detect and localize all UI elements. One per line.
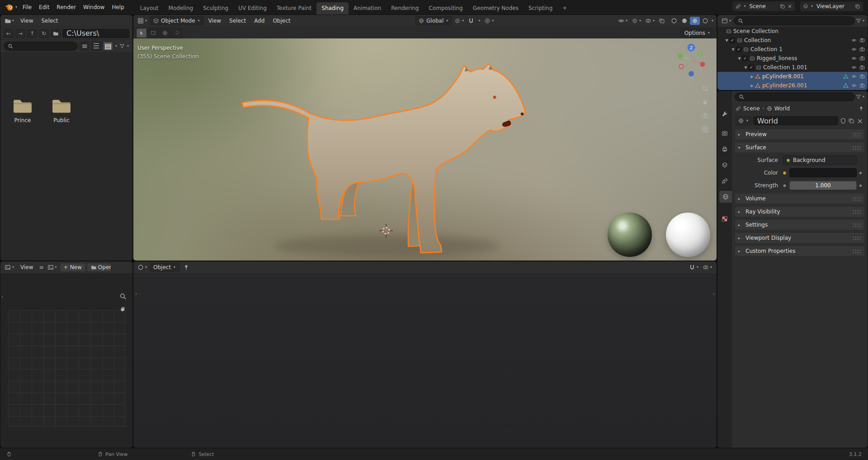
world-name-field[interactable]: World [753,116,838,125]
animate-decorator[interactable] [857,172,864,174]
eye-icon[interactable] [851,74,857,79]
surface-type-dropdown[interactable]: Background [783,156,857,165]
workspace-tab-uv-editing[interactable]: UV Editing [233,2,272,14]
region-toggle-icon[interactable]: › [135,291,137,296]
tab-scene[interactable] [718,175,731,187]
snap-toggle[interactable] [467,17,476,25]
folder-item-public[interactable]: Public [44,97,79,123]
outliner-row-collection-1-001[interactable]: ▼ ✓ Collection 1.001 [717,63,868,72]
tool-select-lasso-button[interactable] [171,28,182,38]
display-mode-thumbnails-button[interactable]: ▤ [103,42,113,51]
outliner-row-rigged-lioness[interactable]: ▼ ✓ Rigged_lioness [717,54,868,63]
workspace-tab-animation[interactable]: Animation [349,2,386,14]
chevron-down-icon[interactable]: ▾ [711,19,714,23]
color-swatch[interactable] [789,168,857,177]
panel-grip-icon[interactable] [852,249,861,253]
pivot-point-selector[interactable]: ▾ [453,17,466,25]
eye-icon[interactable] [851,47,857,52]
panel-grip-icon[interactable] [852,223,861,227]
tool-select-circle-button[interactable] [160,28,170,38]
eye-icon[interactable] [851,65,857,70]
workspace-tab-sculpting[interactable]: Sculpting [198,2,233,14]
panel-ray-visibility[interactable]: ▸ Ray Visibility [735,207,864,217]
shading-wireframe-button[interactable] [669,17,679,25]
create-directory-button[interactable] [51,29,61,38]
unlink-scene-icon[interactable]: × [788,3,792,9]
camera-icon[interactable] [859,83,865,88]
image-menu-button[interactable]: ≡ [38,263,45,271]
menu-render[interactable]: Render [53,3,80,12]
outliner-search-input[interactable] [734,16,855,25]
scene-selector[interactable]: ▾ Scene × [732,1,795,11]
fake-user-shield-icon[interactable] [840,118,846,124]
xray-toggle[interactable] [657,17,666,25]
overlays-toggle[interactable]: ▾ [644,17,656,25]
menu-select[interactable]: Select [38,16,62,25]
tab-render[interactable] [718,128,731,139]
object-type-visibility-button[interactable]: ▾ [617,17,629,25]
display-mode-list-button[interactable]: ≡ [80,42,90,51]
collection-checkbox[interactable]: ✓ [749,65,754,70]
shading-material-preview-button[interactable] [690,17,700,25]
expander-icon[interactable]: ▼ [743,66,749,70]
new-image-button[interactable]: + New [60,263,86,272]
chevron-down-icon[interactable]: ▾ [862,95,865,99]
eye-icon[interactable] [851,83,857,88]
editor-type-button[interactable]: ▾ [720,17,733,25]
workspace-tab-shading[interactable]: Shading [316,2,349,14]
expander-icon[interactable]: ▶ [749,75,755,79]
tool-select-box-button[interactable] [148,28,159,38]
snap-settings[interactable]: ▾ [476,18,482,24]
filter-icon[interactable] [856,94,861,100]
menu-add[interactable]: Add [250,16,268,25]
outliner-row-collection[interactable]: ▼ ✓ Collection [717,36,868,45]
zoom-button[interactable] [700,84,710,94]
outliner-row-collection-1[interactable]: ▼ ✓ Collection 1 [717,45,868,54]
region-toggle-icon[interactable]: ‹ [713,291,715,296]
collection-checkbox[interactable]: ✓ [736,47,741,52]
menu-object[interactable]: Object [269,16,294,25]
menu-window[interactable]: Window [80,3,108,12]
chevron-down-icon[interactable]: ▾ [115,44,118,48]
editor-type-button[interactable]: ▾ [3,263,16,271]
menu-edit[interactable]: Edit [35,3,53,12]
folder-item-prince[interactable]: Prince [5,97,40,123]
expander-icon[interactable]: ▼ [724,38,730,43]
tab-world[interactable] [719,191,732,203]
file-search-input[interactable] [4,42,78,51]
tool-tweak-button[interactable] [136,28,147,38]
view-layer-selector[interactable]: ▾ ViewLayer [800,1,863,11]
panel-settings[interactable]: ▸ Settings [735,220,864,230]
shader-type-selector[interactable]: Object ▾ [150,263,179,272]
panel-grip-icon[interactable] [852,133,861,137]
menu-view[interactable]: View [205,16,225,25]
shading-solid-button[interactable] [679,17,689,25]
viewport-canvas[interactable]: User Perspective (355) Scene Collection … [133,38,717,261]
strength-slider[interactable]: 1.000 [789,181,857,190]
node-snap-toggle[interactable]: ▾ [688,263,700,271]
tab-output[interactable] [718,143,731,155]
expander-icon[interactable]: ▼ [730,47,736,52]
new-datablock-icon[interactable] [848,118,854,124]
tab-texture[interactable] [718,213,731,225]
transform-orientation-selector[interactable]: Global ▾ [415,16,452,25]
panel-grip-icon[interactable] [852,210,861,214]
pan-button[interactable] [118,304,128,314]
new-view-layer-icon[interactable] [855,4,860,9]
forward-button[interactable]: → [15,29,25,38]
unlink-datablock-icon[interactable]: × [856,117,864,125]
workspace-tab-layout[interactable]: Layout [135,2,164,14]
refresh-button[interactable]: ↻ [39,29,49,38]
camera-view-button[interactable] [700,111,710,121]
panel-grip-icon[interactable] [852,197,861,201]
outliner-row-scene-collection[interactable]: Scene Collection [717,27,868,36]
menu-view[interactable]: View [17,16,37,25]
filter-icon[interactable] [856,18,861,24]
workspace-tab-rendering[interactable]: Rendering [386,2,424,14]
mesh-data-icon[interactable] [843,83,849,88]
path-input[interactable]: C:\Users\ [62,29,129,38]
new-scene-icon[interactable] [780,4,785,9]
outliner-row-pcylinder8[interactable]: ▶ pCylinder8.001 [717,72,868,81]
image-datablock-selector[interactable]: ▾ [46,263,59,271]
parent-directory-button[interactable]: ↑ [27,29,37,38]
